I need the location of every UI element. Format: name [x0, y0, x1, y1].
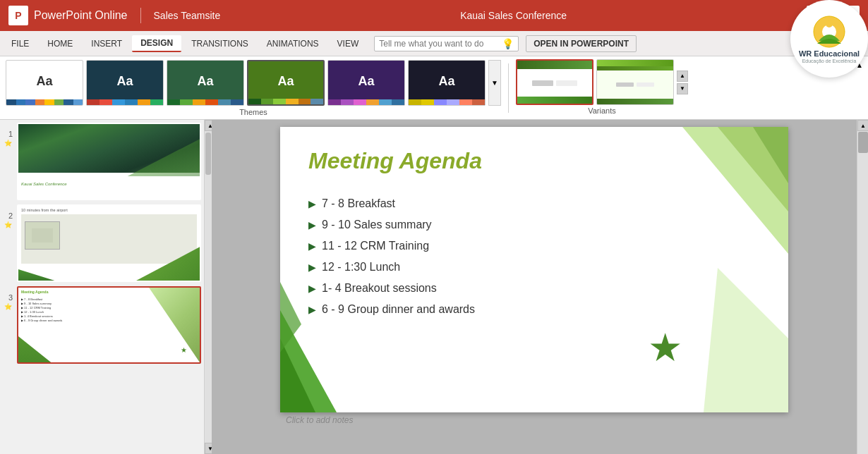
variant-2[interactable]: [596, 59, 674, 105]
slide-thumb-2[interactable]: 10 minutes from the airport: [17, 204, 201, 282]
main-scroll-track: [857, 132, 868, 454]
slide-item-1[interactable]: 1 ⭐ Kauai Sales Conference: [3, 123, 201, 200]
variant-1[interactable]: [516, 59, 593, 105]
slide-number-2: 2: [3, 207, 13, 220]
app-logo: P PowerPoint Online Sales Teamsite: [8, 6, 220, 25]
svg-point-2: [826, 20, 833, 27]
menu-file[interactable]: FILE: [3, 36, 37, 51]
tell-me-input[interactable]: [379, 39, 499, 49]
agenda-text-3: 11 - 12 CRM Training: [322, 240, 429, 252]
slide-star-1: ⭐: [4, 140, 12, 147]
divider: [140, 8, 141, 23]
slide-thumb-3[interactable]: Meeting Agenda ▶ 7 - 8 Breakfast ▶ 9 - 1…: [17, 286, 201, 364]
tell-me-box[interactable]: 💡: [374, 36, 519, 51]
variants-section: ▲ ▼ Variants: [516, 59, 688, 116]
variants-scroll-up[interactable]: ▲: [677, 70, 688, 82]
agenda-text-5: 1- 4 Breakout sessions: [322, 282, 437, 295]
slide-right-decoration: [647, 127, 788, 412]
menu-bar: FILE HOME INSERT DESIGN TRANSITIONS ANIM…: [0, 31, 868, 56]
slide-num-col-2: 2 ⭐: [3, 204, 13, 228]
slide-left-decoration: [280, 127, 337, 412]
ribbon: Aa Aa: [0, 56, 868, 120]
theme-purple[interactable]: Aa: [327, 60, 405, 106]
slide-item-3[interactable]: 3 ⭐ Meeting Agenda ▶ 7 - 8 Breakfast ▶ 9…: [3, 286, 201, 364]
main-scroll-up[interactable]: ▲: [857, 120, 868, 131]
site-name: Sales Teamsite: [154, 10, 221, 21]
slides-scrollbar: ▲ ▼: [205, 120, 212, 454]
themes-section: Aa Aa: [6, 59, 501, 116]
wr-title: WR Educacional: [799, 49, 860, 59]
menu-home[interactable]: HOME: [39, 36, 81, 51]
slide-item-2[interactable]: 2 ⭐ 10 minutes from the airport: [3, 204, 201, 282]
theme-items: Aa Aa: [6, 59, 501, 106]
svg-marker-9: [704, 268, 788, 412]
themes-label: Themes: [239, 108, 267, 116]
theme-teal2[interactable]: Aa: [167, 60, 244, 106]
slide-thumb-1[interactable]: Kauai Sales Conference: [17, 123, 201, 200]
bulb-icon: 💡: [502, 38, 514, 49]
variants-scroll-down[interactable]: ▼: [677, 83, 688, 94]
ppt-icon: P: [8, 6, 28, 25]
menu-transitions[interactable]: TRANSITIONS: [183, 36, 257, 51]
slide-number-1: 1: [3, 125, 13, 138]
slide-view: Meeting Agenda ▶ 7 - 8 Breakfast ▶ 9 - 1…: [212, 120, 857, 454]
theme-dark-teal[interactable]: Aa: [86, 60, 164, 106]
slides-panel: 1 ⭐ Kauai Sales Conference 2 ⭐: [0, 120, 205, 454]
slides-scroll-track: [205, 131, 212, 443]
ribbon-divider: [508, 63, 509, 113]
slide3-star-deco: ★: [181, 346, 187, 354]
wr-logo-icon: [812, 14, 847, 49]
main-area: 1 ⭐ Kauai Sales Conference 2 ⭐: [0, 120, 868, 454]
slide-star-3: ⭐: [4, 303, 12, 310]
menu-design[interactable]: DESIGN: [132, 35, 181, 52]
slide-number-3: 3: [3, 289, 13, 302]
agenda-text-2: 9 - 10 Sales summary: [322, 219, 432, 231]
title-bar: P PowerPoint Online Sales Teamsite Kauai…: [0, 0, 868, 31]
menu-animations[interactable]: ANIMATIONS: [258, 36, 327, 51]
menu-view[interactable]: VIEW: [329, 36, 368, 51]
theme-green[interactable]: Aa: [247, 60, 325, 106]
notes-placeholder: Click to add notes: [286, 415, 353, 425]
main-slide[interactable]: Meeting Agenda ▶ 7 - 8 Breakfast ▶ 9 - 1…: [280, 127, 788, 412]
notes-area[interactable]: Click to add notes: [280, 412, 788, 428]
slide-num-col-3: 3 ⭐: [3, 286, 13, 310]
slide-star-2: ⭐: [4, 221, 12, 228]
document-title: Kauai Sales Conference: [220, 10, 807, 21]
theme-dark[interactable]: Aa: [408, 60, 486, 106]
agenda-text-6: 6 - 9 Group dinner and awards: [322, 303, 475, 316]
wr-subtitle: Educação de Excelência: [802, 59, 857, 63]
slide-main-content: Meeting Agenda ▶ 7 - 8 Breakfast ▶ 9 - 1…: [280, 127, 788, 412]
slide-num-col-1: 1 ⭐: [3, 123, 13, 147]
open-in-powerpoint-button[interactable]: OPEN IN POWERPOINT: [526, 35, 637, 52]
theme-office[interactable]: Aa: [6, 60, 83, 106]
main-scroll-thumb[interactable]: [858, 132, 868, 153]
variants-label: Variants: [588, 106, 616, 115]
wr-badge: WR Educacional Educação de Excelência: [790, 0, 868, 78]
main-scrollbar: ▲ ▼: [857, 120, 868, 454]
themes-more-button[interactable]: ▼: [488, 60, 501, 106]
variants-scroll: ▲ ▼: [677, 70, 688, 94]
app-name: PowerPoint Online: [34, 9, 128, 22]
variant-items: ▲ ▼: [516, 59, 688, 105]
slides-scroll-thumb[interactable]: [205, 133, 211, 175]
menu-insert[interactable]: INSERT: [83, 36, 131, 51]
